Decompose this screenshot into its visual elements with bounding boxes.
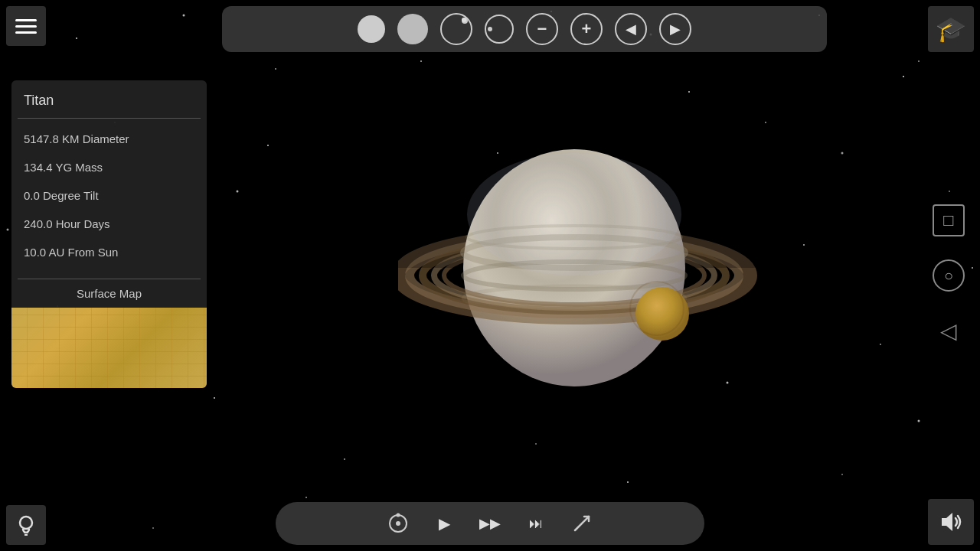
zoom-in-button[interactable]: + bbox=[570, 13, 603, 45]
svg-point-26 bbox=[7, 229, 9, 231]
svg-point-52 bbox=[635, 287, 689, 341]
planet-selector-4[interactable] bbox=[485, 15, 514, 44]
svg-line-57 bbox=[575, 517, 589, 530]
lightbulb-button[interactable] bbox=[6, 505, 46, 545]
bottom-toolbar: ▶ ▶▶ ⏭ bbox=[276, 502, 704, 545]
surface-map-label: Surface Map bbox=[11, 279, 207, 308]
square-icon: □ bbox=[943, 210, 953, 230]
surface-map-image bbox=[11, 308, 207, 388]
svg-point-1 bbox=[183, 15, 185, 17]
svg-point-55 bbox=[396, 521, 400, 526]
svg-point-0 bbox=[76, 37, 77, 39]
top-toolbar: − + ◀ ▶ bbox=[222, 6, 827, 52]
orbit-button[interactable] bbox=[384, 510, 412, 537]
nav-back-icon: ◀ bbox=[626, 21, 636, 37]
tilt-stat: 0.0 Degree Tilt bbox=[11, 181, 207, 210]
play-icon: ▶ bbox=[439, 514, 450, 533]
graduation-cap-icon: 🎓 bbox=[936, 15, 966, 44]
right-controls: □ ○ ◁ bbox=[933, 204, 965, 347]
skip-forward-button[interactable]: ⏭ bbox=[522, 510, 550, 537]
mass-stat: 134.4 YG Mass bbox=[11, 153, 207, 181]
fast-forward-icon: ▶▶ bbox=[479, 515, 501, 532]
circle-view-button[interactable]: ○ bbox=[933, 259, 965, 292]
skip-forward-icon: ⏭ bbox=[529, 516, 543, 532]
speaker-button[interactable] bbox=[928, 499, 974, 545]
svg-point-46 bbox=[467, 153, 681, 276]
planet-name: Titan bbox=[11, 80, 207, 118]
planet-container bbox=[214, 61, 949, 490]
orbit-icon bbox=[387, 513, 409, 534]
svg-point-27 bbox=[972, 267, 973, 269]
stats-section: 5147.8 KM Diameter 134.4 YG Mass 0.0 Deg… bbox=[11, 119, 207, 272]
diameter-stat: 5147.8 KM Diameter bbox=[11, 125, 207, 153]
fast-forward-button[interactable]: ▶▶ bbox=[476, 510, 504, 537]
square-view-button[interactable]: □ bbox=[933, 204, 965, 236]
svg-point-19 bbox=[305, 497, 307, 498]
measure-icon bbox=[572, 514, 592, 533]
graduation-cap-button[interactable]: 🎓 bbox=[928, 6, 974, 52]
measure-button[interactable] bbox=[568, 510, 596, 537]
back-view-button[interactable]: ◁ bbox=[933, 315, 965, 347]
hamburger-line-2 bbox=[15, 25, 37, 28]
nav-back-button[interactable]: ◀ bbox=[615, 13, 647, 45]
info-panel: Titan 5147.8 KM Diameter 134.4 YG Mass 0… bbox=[11, 80, 207, 388]
day-length-stat: 240.0 Hour Days bbox=[11, 210, 207, 238]
zoom-out-button[interactable]: − bbox=[526, 13, 558, 45]
nav-forward-icon: ▶ bbox=[670, 21, 681, 37]
planet-selector-2[interactable] bbox=[397, 14, 428, 44]
zoom-in-icon: + bbox=[582, 19, 592, 39]
hamburger-line-1 bbox=[15, 19, 37, 21]
surface-map-texture bbox=[11, 308, 207, 388]
hamburger-menu-button[interactable] bbox=[6, 6, 46, 46]
svg-point-21 bbox=[152, 527, 154, 529]
play-button[interactable]: ▶ bbox=[430, 510, 458, 537]
circle-icon: ○ bbox=[944, 267, 953, 285]
nav-forward-button[interactable]: ▶ bbox=[659, 13, 691, 45]
lightbulb-icon bbox=[14, 513, 38, 537]
svg-point-60 bbox=[20, 517, 32, 529]
saturn-svg bbox=[398, 115, 766, 436]
planet-selector-3[interactable] bbox=[440, 13, 472, 45]
svg-marker-63 bbox=[942, 513, 952, 531]
planet-selector-1[interactable] bbox=[358, 15, 385, 43]
svg-point-56 bbox=[397, 514, 400, 517]
speaker-icon bbox=[937, 508, 965, 536]
back-arrow-icon: ◁ bbox=[940, 318, 957, 344]
distance-stat: 10.0 AU From Sun bbox=[11, 238, 207, 266]
zoom-out-icon: − bbox=[537, 19, 547, 39]
hamburger-line-3 bbox=[15, 31, 37, 34]
